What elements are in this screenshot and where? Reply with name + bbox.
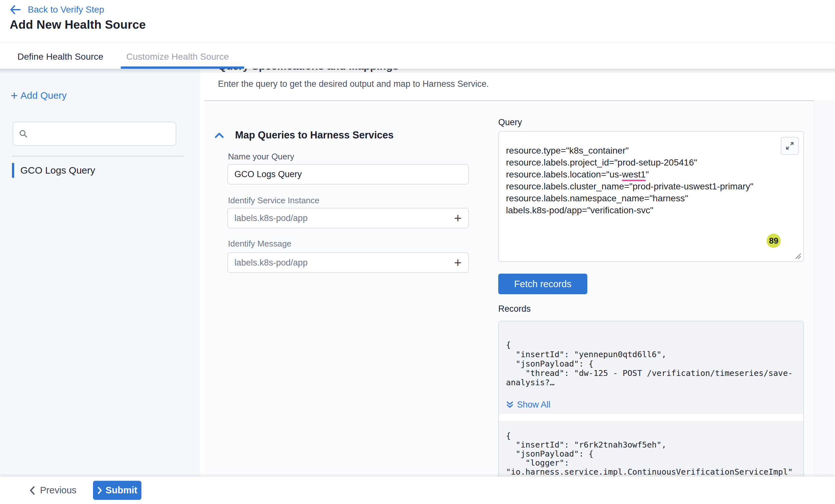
sidebar-divider <box>12 156 184 156</box>
query-mapping-card: Map Queries to Harness Services Name you… <box>204 100 814 477</box>
expand-query-button[interactable] <box>781 137 799 155</box>
active-tab-underline <box>121 66 244 69</box>
record-item[interactable]: { "insertId": "r6rk2tnah3owf5eh", "jsonP… <box>499 421 803 477</box>
service-instance-input[interactable] <box>227 208 469 228</box>
query-line: resource.labels.namespace_name="harness" <box>506 192 688 204</box>
query-search-box <box>13 122 176 146</box>
query-label: Query <box>498 118 522 127</box>
tabbar-shadow <box>0 69 835 74</box>
query-line: resource.labels.cluster_name="prod-priva… <box>506 181 753 192</box>
record-line: "insertId": "yennepun0qtd6ll6", <box>506 350 667 359</box>
name-query-input[interactable] <box>227 164 469 185</box>
spellcheck-underline: west1 <box>622 169 646 181</box>
record-line: "insertId": "r6rk2tnah3owf5eh", <box>506 440 667 449</box>
search-input[interactable] <box>32 128 170 139</box>
record-line: "io.harness.service.impl.ContinuousVerif… <box>506 467 793 477</box>
submit-button[interactable]: Submit <box>93 481 141 500</box>
query-line: resource.labels.project_id="prod-setup-2… <box>506 156 697 168</box>
identify-message-input[interactable] <box>227 252 469 273</box>
tab-define-health-source[interactable]: Define Health Source <box>17 51 103 62</box>
tab-bar: Define Health Source Customize Health So… <box>0 43 835 69</box>
show-all-label: Show All <box>517 400 551 410</box>
name-query-label: Name your Query <box>228 152 294 162</box>
fullscreen-icon <box>785 141 794 150</box>
record-line: "thread": "dw-125 - POST /verification/t… <box>506 369 793 378</box>
tab-customize-health-source[interactable]: Customize Health Source <box>126 51 229 62</box>
add-health-source-page: Query Specifications and Mappings Enter … <box>0 0 835 504</box>
record-line: analysis?… <box>506 378 555 387</box>
query-line: resource.labels.location="us-west1" <box>506 168 649 181</box>
record-line: "logger": <box>506 458 569 467</box>
footer-bar: Previous Submit <box>0 477 835 504</box>
query-line: labels.k8s-pod/app="verification-svc" <box>506 204 653 216</box>
show-all-button[interactable]: Show All <box>506 400 551 410</box>
record-item[interactable]: { "insertId": "yennepun0qtd6ll6", "jsonP… <box>499 321 803 414</box>
resize-handle[interactable] <box>794 252 802 260</box>
previous-label: Previous <box>40 485 77 496</box>
query-sidebar: + Add Query GCO Logs Query <box>0 69 200 477</box>
records-label: Records <box>498 304 531 314</box>
collapse-section-button[interactable] <box>215 132 224 139</box>
query-line: resource.type="k8s_container" <box>506 145 629 156</box>
query-editor[interactable]: resource.type="k8s_container" resource.l… <box>498 131 804 262</box>
fetch-records-button[interactable]: Fetch records <box>498 274 587 294</box>
service-instance-label: Identify Service Instance <box>228 195 319 206</box>
identify-message-label: Identify Message <box>228 239 291 249</box>
chevron-left-icon <box>29 486 36 495</box>
add-service-instance-button[interactable]: + <box>451 212 464 225</box>
page-header: Back to Verify Step Add New Health Sourc… <box>0 0 835 43</box>
char-count-badge: 89 <box>767 234 781 248</box>
back-link[interactable]: Back to Verify Step <box>10 4 104 15</box>
add-query-label: Add Query <box>20 90 66 101</box>
previous-button[interactable]: Previous <box>27 477 79 504</box>
plus-icon: + <box>11 91 18 100</box>
double-chevron-down-icon <box>506 401 514 409</box>
scroll-gutter <box>815 100 835 477</box>
back-arrow-icon <box>10 5 21 15</box>
search-icon <box>19 129 28 139</box>
query-list-item[interactable]: GCO Logs Query <box>0 163 95 178</box>
submit-label: Submit <box>106 485 137 496</box>
record-line: { <box>506 340 511 350</box>
query-specifications-subheading: Enter the query to get the desired outpu… <box>218 79 489 89</box>
chevron-right-icon <box>97 487 102 494</box>
section-title: Map Queries to Harness Services <box>235 129 393 141</box>
selected-item-indicator <box>12 163 14 178</box>
add-message-button[interactable]: + <box>451 256 464 269</box>
add-query-button[interactable]: + Add Query <box>11 90 67 101</box>
record-line: "jsonPayload": { <box>506 449 593 459</box>
record-line: { <box>506 431 511 440</box>
record-line: "jsonPayload": { <box>506 359 593 369</box>
query-item-label: GCO Logs Query <box>20 165 95 176</box>
records-container: { "insertId": "yennepun0qtd6ll6", "jsonP… <box>498 321 804 477</box>
back-link-label: Back to Verify Step <box>28 4 104 15</box>
chevron-up-icon <box>215 132 224 139</box>
page-title: Add New Health Source <box>10 18 146 31</box>
